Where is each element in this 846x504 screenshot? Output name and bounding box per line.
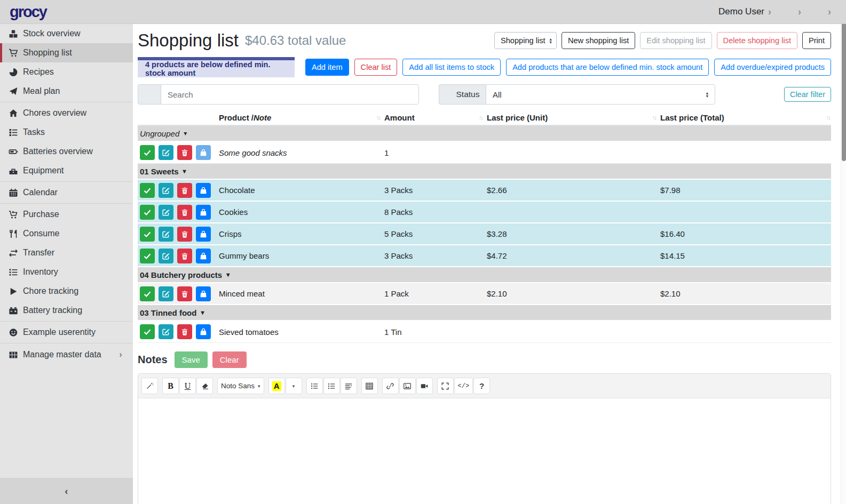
purchase-item-button[interactable]: [196, 227, 211, 242]
delete-item-button[interactable]: [177, 227, 192, 242]
sidebar-collapse-button[interactable]: ‹: [0, 478, 133, 504]
link-button[interactable]: [382, 378, 399, 394]
delete-shopping-list-button[interactable]: Delete shopping list: [717, 32, 797, 49]
help-button[interactable]: ?: [473, 378, 490, 394]
column-header-last-price-total[interactable]: Last price (Total) ↑↓: [660, 113, 831, 122]
mark-done-button[interactable]: [140, 205, 155, 220]
shopping-list-select[interactable]: Shopping list ▴▾: [494, 32, 557, 49]
sidebar-item-purchase[interactable]: Purchase: [0, 205, 133, 224]
sidebar-item-chore-tracking[interactable]: Chore tracking: [0, 282, 133, 301]
clear-list-button[interactable]: Clear list: [354, 59, 398, 76]
sidebar-item-stock-overview[interactable]: Stock overview: [0, 24, 133, 43]
sidebar-item-example-userentity[interactable]: Example userentity: [0, 323, 133, 342]
sidebar-item-consume[interactable]: Consume: [0, 224, 133, 243]
column-header-amount[interactable]: Amount ↑↓: [384, 113, 487, 122]
edit-item-button[interactable]: [159, 205, 173, 220]
min-stock-alert[interactable]: 4 products are below defined min. stock …: [138, 57, 295, 77]
sort-icon[interactable]: ↑↓: [479, 114, 483, 121]
sidebar-item-chores-overview[interactable]: Chores overview: [0, 103, 133, 123]
user-menu[interactable]: Demo User ›: [706, 6, 771, 17]
new-shopping-list-button[interactable]: New shopping list: [562, 32, 635, 49]
purchase-item-button[interactable]: [196, 205, 211, 220]
sidebar-item-transfer[interactable]: Transfer: [0, 243, 133, 262]
add-overdue-button[interactable]: Add overdue/expired products: [714, 59, 831, 76]
sidebar-item-recipes[interactable]: Recipes: [0, 62, 133, 82]
magic-button[interactable]: [141, 378, 158, 394]
boxes-icon: [9, 29, 18, 38]
font-button[interactable]: Noto Sans▾: [217, 378, 264, 394]
mark-done-button[interactable]: [140, 145, 155, 160]
clear-filter-button[interactable]: Clear filter: [784, 87, 831, 102]
edit-shopping-list-button[interactable]: Edit shopping list: [640, 32, 711, 49]
purchase-item-button[interactable]: [196, 145, 211, 160]
mark-done-button[interactable]: [140, 249, 155, 263]
sidebar-item-inventory[interactable]: Inventory: [0, 262, 133, 282]
sidebar-item-calendar[interactable]: Calendar: [0, 183, 133, 202]
sidebar-item-tasks[interactable]: Tasks: [0, 123, 133, 142]
delete-item-button[interactable]: [177, 324, 192, 339]
purchase-item-button[interactable]: [196, 183, 211, 198]
app-logo[interactable]: grocy: [10, 3, 46, 21]
code-button[interactable]: </>: [454, 378, 473, 394]
align-button[interactable]: [341, 378, 357, 394]
mark-done-button[interactable]: [140, 227, 155, 242]
search-input[interactable]: [161, 84, 419, 105]
sidebar-item-meal-plan[interactable]: Meal plan: [0, 82, 133, 101]
column-header-product[interactable]: Product / Note ↑↓: [219, 113, 384, 122]
purchase-item-button[interactable]: [196, 324, 211, 339]
product-group-header[interactable]: Ungrouped▾: [138, 126, 831, 142]
delete-item-button[interactable]: [177, 205, 192, 220]
sort-icon[interactable]: ↑↓: [652, 114, 656, 121]
delete-item-button[interactable]: [177, 183, 192, 198]
underline-button[interactable]: U: [179, 378, 196, 394]
color-caret-button[interactable]: ▾: [286, 378, 302, 394]
sidebar-item-shopping-list[interactable]: Shopping list: [0, 43, 133, 62]
purchase-item-button[interactable]: [196, 286, 211, 301]
scrollbar-thumb[interactable]: [842, 1, 846, 161]
sidebar-item-batteries-overview[interactable]: Batteries overview: [0, 142, 133, 161]
print-button[interactable]: Print: [802, 32, 831, 49]
purchase-item-button[interactable]: [196, 249, 211, 263]
admin-menu[interactable]: ›: [815, 7, 831, 17]
settings-menu[interactable]: ›: [785, 7, 801, 17]
sidebar-item-manage-master-data[interactable]: Manage master data›: [0, 345, 133, 365]
mark-done-button[interactable]: [140, 324, 155, 339]
sort-icon[interactable]: ↑↓: [826, 114, 830, 121]
delete-item-button[interactable]: [177, 145, 192, 160]
video-button[interactable]: [416, 378, 433, 394]
eye-icon[interactable]: [140, 113, 149, 122]
eraser-button[interactable]: [196, 378, 213, 394]
add-below-min-button[interactable]: Add products that are below defined min.…: [506, 59, 709, 76]
edit-item-button[interactable]: [159, 324, 173, 339]
add-item-button[interactable]: Add item: [305, 59, 349, 76]
edit-item-button[interactable]: [159, 249, 173, 263]
notes-clear-button[interactable]: Clear: [212, 351, 247, 368]
color-button[interactable]: A: [268, 378, 285, 394]
mark-done-button[interactable]: [140, 183, 155, 198]
edit-item-button[interactable]: [159, 145, 173, 160]
sort-icon[interactable]: ↑↓: [376, 114, 380, 121]
sidebar-item-battery-tracking[interactable]: Battery tracking: [0, 301, 133, 320]
ol-button[interactable]: [323, 378, 340, 394]
product-group-header[interactable]: 03 Tinned food▾: [138, 305, 831, 321]
column-header-last-price-unit[interactable]: Last price (Unit) ↑↓: [487, 113, 660, 122]
mark-done-button[interactable]: [140, 286, 155, 301]
edit-item-button[interactable]: [159, 183, 173, 198]
delete-item-button[interactable]: [177, 249, 192, 263]
ul-button[interactable]: [306, 378, 323, 394]
delete-item-button[interactable]: [177, 286, 192, 301]
product-group-header[interactable]: 04 Butchery products▾: [138, 267, 831, 283]
table-button[interactable]: [361, 378, 378, 394]
product-group-header[interactable]: 01 Sweets▾: [138, 164, 831, 180]
notes-save-button[interactable]: Save: [175, 351, 208, 368]
edit-item-button[interactable]: [159, 286, 173, 301]
status-select[interactable]: All ▴▾: [486, 84, 715, 105]
bold-button[interactable]: B: [162, 378, 179, 394]
page-scrollbar[interactable]: [841, 0, 846, 504]
editor-content[interactable]: [138, 398, 831, 504]
edit-item-button[interactable]: [159, 227, 173, 242]
expand-button[interactable]: [437, 378, 454, 394]
add-all-to-stock-button[interactable]: Add all list items to stock: [402, 59, 501, 76]
sidebar-item-equipment[interactable]: Equipment: [0, 161, 133, 180]
picture-button[interactable]: [399, 378, 416, 394]
